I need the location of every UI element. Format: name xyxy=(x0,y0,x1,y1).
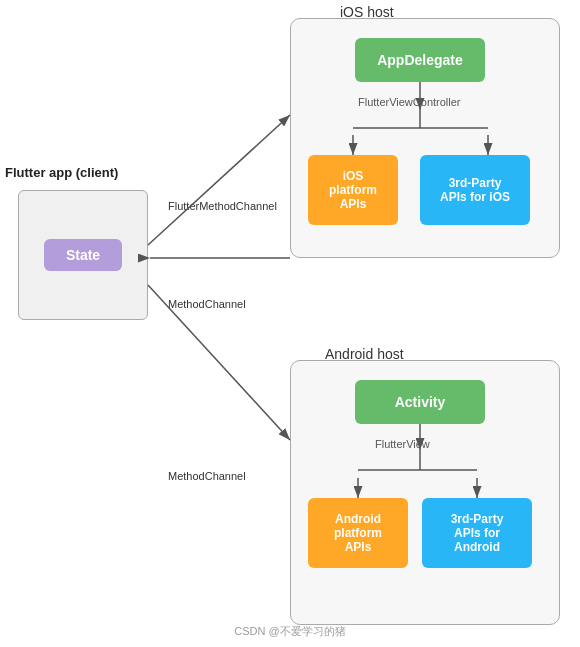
diagram-container: iOS host AppDelegate FlutterViewControll… xyxy=(0,0,580,647)
app-delegate-box: AppDelegate xyxy=(355,38,485,82)
method-channel-android-label: MethodChannel xyxy=(168,470,246,482)
method-channel-return-label: MethodChannel xyxy=(168,298,246,310)
flutter-view-controller-label: FlutterViewController xyxy=(358,96,461,108)
ios-3rd-party-box: 3rd-PartyAPIs for iOS xyxy=(420,155,530,225)
flutter-client-label: Flutter app (client) xyxy=(5,165,118,180)
flutter-view-label: FlutterView xyxy=(375,438,430,450)
watermark: CSDN @不爱学习的猪 xyxy=(234,624,345,639)
android-3rd-party-box: 3rd-PartyAPIs forAndroid xyxy=(422,498,532,568)
ios-platform-apis-box: iOSplatformAPIs xyxy=(308,155,398,225)
svg-line-2 xyxy=(148,115,290,245)
flutter-client-box: State xyxy=(18,190,148,320)
state-box: State xyxy=(44,239,122,271)
android-platform-apis-box: AndroidplatformAPIs xyxy=(308,498,408,568)
flutter-method-channel-label: FlutterMethodChannel xyxy=(168,200,277,212)
activity-box: Activity xyxy=(355,380,485,424)
